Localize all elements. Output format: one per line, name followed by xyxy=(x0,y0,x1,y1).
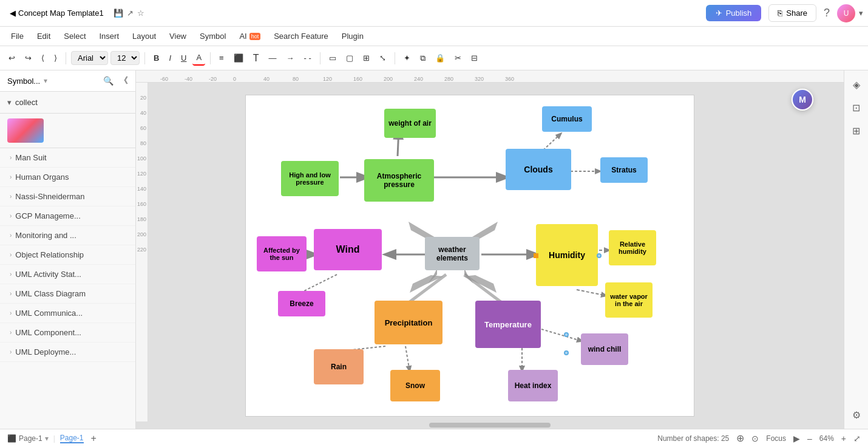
lock-button[interactable]: 🔒 xyxy=(432,51,449,65)
help-button[interactable]: ? xyxy=(824,7,830,19)
active-page-tab[interactable]: Page-1 xyxy=(60,434,84,443)
menu-plugin[interactable]: Plugin xyxy=(336,29,370,43)
bold-button[interactable]: B xyxy=(150,51,163,65)
node-weight-of-air[interactable]: weight of air xyxy=(384,109,436,138)
ai-circle-button[interactable]: M xyxy=(792,89,813,111)
node-relative-humidity[interactable]: Relative humidity xyxy=(609,230,656,265)
node-high-low-pressure[interactable]: High and low pressure xyxy=(281,161,339,196)
node-atmospheric-pressure[interactable]: Atmospheric pressure xyxy=(364,159,434,202)
page-layout-icon[interactable]: ⬛ xyxy=(7,434,16,443)
node-weather-elements[interactable]: weather elements xyxy=(425,237,480,270)
next-button[interactable]: ⟩ xyxy=(50,51,61,65)
right-panel-grid-button[interactable]: ⊞ xyxy=(847,121,866,140)
share-button[interactable]: ⎘ Share xyxy=(768,4,816,22)
sidebar-item-uml-component[interactable]: › UML Component... xyxy=(0,323,135,343)
container-button[interactable]: ⊞ xyxy=(359,51,373,65)
sidebar-item-uml-activity[interactable]: › UML Activity Stat... xyxy=(0,265,135,284)
align-center-button[interactable]: T xyxy=(249,50,263,66)
menu-symbol[interactable]: Symbol xyxy=(194,29,232,43)
dash-button[interactable]: - - xyxy=(300,51,314,65)
horizontal-scrollbar[interactable] xyxy=(136,421,844,429)
redo-button[interactable]: ↪ xyxy=(21,51,35,65)
right-panel-format-button[interactable]: ◈ xyxy=(847,75,866,94)
node-temperature[interactable]: Temperature xyxy=(475,301,541,348)
sidebar-search-icon[interactable]: 🔍 xyxy=(103,76,114,86)
table-button[interactable]: ⊟ xyxy=(467,51,481,65)
line-button[interactable]: — xyxy=(265,51,280,65)
add-page-button[interactable]: + xyxy=(91,433,97,444)
right-panel-settings-button[interactable]: ⚙ xyxy=(847,406,866,424)
fit-page-button[interactable]: ⤢ xyxy=(853,434,861,443)
node-wind-chill[interactable]: wind chill xyxy=(581,333,628,365)
node-wind[interactable]: Wind xyxy=(314,229,382,270)
node-clouds[interactable]: Clouds xyxy=(506,149,571,190)
node-rain[interactable]: Rain xyxy=(314,349,364,384)
zoom-out-button[interactable]: – xyxy=(807,434,812,443)
align-left-button[interactable]: ⬛ xyxy=(230,51,247,65)
sidebar-item-man-suit[interactable]: › Man Suit xyxy=(0,148,135,168)
underline-button[interactable]: U xyxy=(177,51,190,65)
right-panel-page-button[interactable]: ⊡ xyxy=(847,98,866,117)
menu-search-feature[interactable]: Search Feature xyxy=(268,29,334,43)
menu-ai[interactable]: AI hot xyxy=(233,29,266,43)
layers-icon[interactable]: ⊕ xyxy=(736,432,744,444)
plugin2-button[interactable]: ⧉ xyxy=(416,51,429,66)
sidebar-item-gcp[interactable]: › GCP Manageme... xyxy=(0,206,135,226)
menu-select[interactable]: Select xyxy=(58,29,92,43)
menu-edit[interactable]: Edit xyxy=(31,29,56,43)
italic-button[interactable]: I xyxy=(165,51,175,65)
arrow-button[interactable]: → xyxy=(282,51,297,65)
sidebar-item-monitoring[interactable]: › Monitoring and ... xyxy=(0,226,135,245)
rounded-button[interactable]: ▢ xyxy=(342,51,357,65)
play-icon[interactable]: ▶ xyxy=(793,434,800,443)
collect-row[interactable]: ▾ collect xyxy=(7,95,128,109)
back-button[interactable]: ◀ Concept Map Template1 xyxy=(5,6,109,20)
undo-button[interactable]: ↩ xyxy=(5,51,19,65)
sidebar-item-uml-communica[interactable]: › UML Communica... xyxy=(0,304,135,323)
expand-button[interactable]: ⤡ xyxy=(376,51,390,65)
sidebar-item-uml-deploy[interactable]: › UML Deployme... xyxy=(0,343,135,362)
scroll-thumb[interactable] xyxy=(429,423,551,428)
canvas[interactable]: weather elements Atmospheric pressure we… xyxy=(148,83,844,421)
zoom-in-button[interactable]: + xyxy=(841,434,846,443)
star-icon[interactable]: ☆ xyxy=(137,9,144,18)
separator-5 xyxy=(395,52,395,64)
sidebar-collapse-icon[interactable]: 《 xyxy=(120,75,128,86)
publish-button[interactable]: ✈ Publish xyxy=(706,5,762,21)
shape-button[interactable]: ▭ xyxy=(325,51,340,65)
node-affected-by-sun[interactable]: Affected by the sun xyxy=(257,236,307,271)
node-cumulus[interactable]: Cumulus xyxy=(542,106,592,132)
focus-label[interactable]: Focus xyxy=(766,434,786,443)
sidebar-item-human-organs[interactable]: › Human Organs xyxy=(0,168,135,187)
page-dropdown-icon[interactable]: ▾ xyxy=(45,434,49,443)
node-snow[interactable]: Snow xyxy=(390,370,440,401)
font-color-button[interactable]: A xyxy=(192,50,205,66)
sidebar-item-uml-class[interactable]: › UML Class Diagram xyxy=(0,284,135,304)
menu-file[interactable]: File xyxy=(5,29,30,43)
focus-icon[interactable]: ⊙ xyxy=(751,434,759,443)
node-humidity[interactable]: Humidity xyxy=(536,224,598,286)
font-size-select[interactable]: 12 xyxy=(110,51,140,65)
avatar-dropdown[interactable]: ▾ xyxy=(859,9,863,18)
save-icon[interactable]: 💾 xyxy=(114,9,123,18)
sidebar-item-object-relationship[interactable]: › Object Relationship xyxy=(0,245,135,265)
node-stratus[interactable]: Stratus xyxy=(600,157,648,183)
svg-line-5 xyxy=(577,290,607,296)
thumbnail-image[interactable] xyxy=(7,118,44,143)
menu-layout[interactable]: Layout xyxy=(126,29,162,43)
export-icon[interactable]: ↗ xyxy=(127,9,134,18)
zoom-level[interactable]: 64% xyxy=(819,434,834,443)
text-align-button[interactable]: ≡ xyxy=(215,51,228,65)
menu-view[interactable]: View xyxy=(163,29,192,43)
menu-insert[interactable]: Insert xyxy=(93,29,126,43)
avatar[interactable]: U xyxy=(837,4,855,22)
node-breeze[interactable]: Breeze xyxy=(278,291,325,316)
node-precipitation[interactable]: Precipitation xyxy=(375,301,442,344)
sidebar-item-nassi[interactable]: › Nassi-Shneiderman xyxy=(0,187,135,206)
cut-button[interactable]: ✂ xyxy=(451,51,465,65)
node-heat-index[interactable]: Heat index xyxy=(508,370,558,401)
sparkle-button[interactable]: ✦ xyxy=(400,51,414,65)
node-water-vapor[interactable]: water vapor in the air xyxy=(605,282,653,318)
prev-button[interactable]: ⟨ xyxy=(38,51,48,65)
font-family-select[interactable]: Arial xyxy=(71,51,108,65)
